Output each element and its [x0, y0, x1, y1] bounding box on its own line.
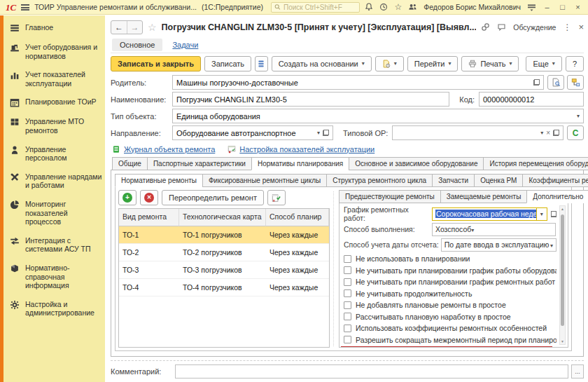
column-header-tech-card[interactable]: Технологическая карта	[179, 209, 266, 226]
history-icon[interactable]	[379, 3, 388, 11]
add-row-button[interactable]: +	[118, 190, 136, 205]
sidebar-item-main[interactable]: Главное	[4, 18, 105, 38]
dropdown-icon[interactable]: ▾	[317, 130, 320, 136]
sidebar-item-workorders[interactable]: Управление нарядами и работами	[4, 168, 105, 195]
main-menu-icon[interactable]	[21, 4, 29, 11]
minimize-window-icon[interactable]: –	[542, 4, 552, 11]
panel-settings-icon[interactable]	[527, 4, 536, 11]
table-cell[interactable]: ТО-4 погрузчиков	[179, 279, 266, 296]
tab-spare-parts[interactable]: Запчасти	[432, 174, 475, 187]
execution-method-field[interactable]: Хозспособ ▾	[432, 223, 556, 236]
refresh-button[interactable]: C	[567, 125, 584, 140]
sidebar-item-personnel[interactable]: Управление персоналом	[4, 140, 105, 168]
discussion-icon[interactable]	[497, 23, 506, 32]
tab-repair-cycle-structure[interactable]: Структура ремонтного цикла	[326, 174, 433, 187]
tab-common[interactable]: Общие	[112, 157, 148, 170]
back-icon[interactable]: ←	[111, 21, 127, 34]
global-search-box[interactable]	[271, 2, 360, 13]
typical-or-field[interactable]: ▾×	[392, 125, 564, 140]
table-cell[interactable]: Через каждые	[266, 244, 329, 261]
checkbox-row[interactable]: Использовать коэффициенты ремонтных особ…	[344, 322, 556, 334]
discussion-label[interactable]: Обсуждение	[513, 23, 556, 32]
forward-icon[interactable]: →	[127, 21, 142, 34]
redefine-repair-button[interactable]: Переопределить ремонт	[162, 190, 264, 205]
table-cell[interactable]: ТО-4	[119, 279, 179, 296]
repair-schedule-field[interactable]: Сорокочасовая рабочая неделя	[432, 207, 537, 221]
document-history-button[interactable]: ▾	[375, 56, 404, 71]
checkbox-icon[interactable]	[344, 278, 351, 286]
view-document-button[interactable]	[547, 75, 564, 90]
repair-journal-link[interactable]: Журнал объекта ремонта	[124, 145, 215, 154]
tab-planning-norms[interactable]: Нормативы планирования	[251, 157, 349, 170]
tab-normative-repairs[interactable]: Нормативные ремонты	[115, 174, 203, 187]
delete-row-button[interactable]: ✕	[140, 190, 158, 205]
link-icon[interactable]	[481, 22, 490, 32]
dropdown-icon[interactable]: ▾	[577, 113, 580, 119]
tab-fixed-repair-cycles[interactable]: Фиксированные ремонтные циклы	[202, 174, 327, 187]
comment-input[interactable]	[175, 364, 568, 378]
tab-repair-feature-coefficients[interactable]: Коэффициенты ремонтных осо...	[522, 174, 588, 187]
repair-journal-link-item[interactable]: Журнал объекта ремонта	[112, 145, 215, 154]
goto-button[interactable]: Перейти▾	[407, 56, 458, 71]
tab-passport[interactable]: Паспортные характеристики	[147, 157, 252, 170]
close-window-icon[interactable]: ×	[573, 4, 582, 11]
sidebar-item-mto[interactable]: Управление МТО ремонтов	[4, 112, 105, 139]
tab-main-dependent-equipment[interactable]: Основное и зависимое оборудование	[349, 157, 484, 170]
favorites-star-icon[interactable]: ☆	[394, 3, 402, 11]
checkbox-icon[interactable]	[344, 336, 351, 343]
checkbox-row[interactable]: Разрешить сокращать межремонтный период …	[344, 334, 556, 346]
checkbox-row[interactable]: Не учитывать при планировании график раб…	[344, 265, 556, 277]
hierarchy-button[interactable]	[567, 75, 584, 90]
column-header-repair-type[interactable]: Вид ремонта	[119, 209, 179, 226]
column-header-planning-method[interactable]: Способ планир	[266, 209, 329, 226]
help-button[interactable]: ?	[566, 56, 584, 71]
sidebar-item-integration[interactable]: Интеграция с системами АСУ ТП	[4, 231, 105, 259]
checkbox-icon[interactable]	[344, 313, 351, 320]
schedule-dropdown-button[interactable]: ▾	[537, 207, 547, 221]
scroll-up-icon[interactable]: ▲	[560, 206, 565, 212]
users-icon[interactable]	[408, 3, 417, 11]
code-field[interactable]: 000000000012	[479, 92, 584, 107]
dropdown-icon[interactable]: ▾	[550, 243, 553, 249]
dropdown-icon[interactable]: ▾	[540, 130, 543, 136]
report-button[interactable]	[255, 56, 268, 71]
verify-table-button[interactable]	[267, 190, 286, 205]
more-button[interactable]: Еще▾	[526, 56, 561, 71]
checkbox-row[interactable]: Не добавлять плановые ремонты в простое	[344, 299, 556, 311]
more-actions-icon[interactable]: ⋮	[563, 22, 571, 32]
checkbox-icon[interactable]	[344, 301, 351, 309]
tab-main[interactable]: Основное	[112, 39, 162, 51]
table-cell[interactable]: Через каждые	[266, 261, 329, 279]
open-icon[interactable]	[323, 130, 329, 136]
checkbox-icon[interactable]	[344, 255, 351, 263]
global-search-input[interactable]	[284, 4, 357, 11]
notifications-bell-icon[interactable]	[365, 3, 373, 11]
exploitation-settings-link[interactable]: Настройка показателей эксплуатации	[239, 145, 374, 154]
table-cell[interactable]: Через каждые	[266, 279, 329, 296]
table-cell[interactable]: ТО-2	[119, 244, 179, 261]
table-cell[interactable]: ТО-1 погрузчиков	[179, 226, 266, 244]
name-field[interactable]: Погрузчик CHANGLIN ZLM30-5	[172, 92, 449, 107]
save-button[interactable]: Записать	[204, 56, 251, 71]
date-mode-field[interactable]: По дате ввода в эксплуатацию или последн…	[441, 238, 556, 252]
parent-field[interactable]: Машины погрузочно-доставочные	[172, 75, 544, 90]
repairs-table[interactable]: Вид ремонта Технологическая карта Способ…	[118, 208, 330, 348]
details-scrollbar[interactable]: ▲ ▼	[559, 205, 566, 345]
table-cell[interactable]: ТО-3 погрузчиков	[179, 261, 266, 279]
tab-additional[interactable]: Дополнительно	[526, 190, 588, 203]
exploitation-settings-link-item[interactable]: Настройка показателей эксплуатации	[227, 145, 374, 154]
table-cell[interactable]: ТО-2 погрузчиков	[179, 244, 266, 261]
save-close-button[interactable]: Записать и закрыть	[111, 56, 201, 71]
sidebar-item-equipment[interactable]: Учет оборудования и нормативов	[4, 38, 105, 65]
maximize-window-icon[interactable]: □	[558, 4, 567, 11]
close-form-icon[interactable]: ×	[578, 22, 584, 32]
checkbox-icon[interactable]	[344, 266, 351, 274]
table-cell[interactable]: Через каждые	[266, 226, 329, 244]
favorite-star-icon[interactable]: ☆	[148, 22, 157, 33]
tab-rm-estimate[interactable]: Оценка РМ	[474, 174, 523, 187]
dropdown-icon[interactable]: ▾	[471, 227, 474, 233]
sidebar-item-monitoring[interactable]: Мониторинг показателей процессов	[4, 195, 105, 231]
sidebar-item-planning[interactable]: Планирование ТОиР	[4, 93, 105, 112]
sidebar-item-masterdata[interactable]: Нормативно-справочная информация	[4, 259, 105, 295]
checkbox-row[interactable]: Рассчитывать плановую наработку в просто…	[344, 311, 556, 323]
